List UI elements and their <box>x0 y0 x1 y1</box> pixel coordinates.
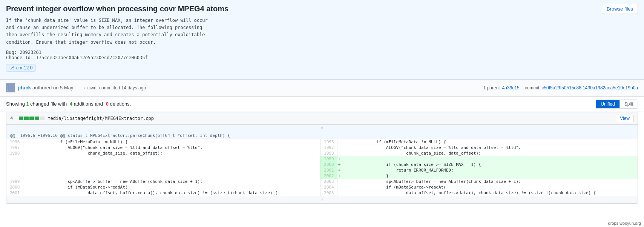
diff-stats-text: Showing 1 changed file with 4 additions … <box>6 101 131 107</box>
branch-icon: ⎇ <box>9 65 15 71</box>
browse-files-button[interactable]: Browse files <box>602 4 638 14</box>
committed-text: committed 14 days ago <box>99 85 146 90</box>
diff-line-2000-add: 2000 + if (chunk_data_size >= SIZE_MAX -… <box>6 162 638 167</box>
unified-view-button[interactable]: Unified <box>596 100 619 108</box>
watermark: drops.wooyun.org <box>608 221 641 225</box>
view-toggle: Unified Split <box>596 100 638 109</box>
file-path-row: 4 media/libstagefright/MPEG4Extractor.cp… <box>10 116 154 121</box>
view-file-button[interactable]: View <box>616 115 634 122</box>
diff-blocks <box>19 117 44 120</box>
author-name[interactable]: jduck <box>18 85 31 90</box>
committed-by: → ciwrl committed 14 days ago <box>81 85 146 90</box>
authored-text: authored on 5 May <box>32 85 73 90</box>
file-num: 4 <box>10 116 13 121</box>
commit-title: Prevent integer overflow when processing… <box>6 5 638 13</box>
commit-description: If the 'chunk_data_size' value is SIZE_M… <box>6 17 638 46</box>
hunk-header-row: @@ -1996,6 +1996,10 @@ status_t MPEG4Ext… <box>6 132 638 139</box>
file-block: 4 media/libstagefright/MPEG4Extractor.cp… <box>6 112 638 204</box>
bug-line: Bug: 20923261 <box>6 50 638 55</box>
parent-info: 1 parent 4a39c15 commit c50f5a29f50515c8… <box>483 85 638 90</box>
diff-block-1 <box>19 117 23 120</box>
diff-line-1998: 1998 chunk_data_size, data_offset); 1998… <box>6 150 638 156</box>
branch-tag[interactable]: ⎇ cm-12.0 <box>6 64 36 72</box>
diff-line-2003: 1999 sp<ABuffer> buffer = new ABuffer(ch… <box>6 179 638 184</box>
commit-hash-link[interactable]: c50f5a29f50515c88f1430a1982aea5e19e19b0a <box>541 85 638 90</box>
diff-line-1996: 1996 if (mFileMetaData != NULL) { 1996 i… <box>6 139 638 145</box>
diff-line-2005: 2001 data_offset, buffer->data(), chunk_… <box>6 190 638 196</box>
branch-name: cm-12.0 <box>16 65 32 71</box>
diff-stats-bar: Showing 1 changed file with 4 additions … <box>0 97 644 112</box>
diff-line-2004: 2000 if (mDataSource->readAt( 2004 if (m… <box>6 184 638 190</box>
split-view-button[interactable]: Split <box>620 100 638 108</box>
svg-text:j: j <box>7 86 9 91</box>
diff-line-2002-add: 2002 + } <box>6 173 638 179</box>
avatar: j <box>6 83 15 92</box>
expand-row-bottom[interactable]: ⬍ <box>6 196 638 203</box>
parent-hash-link[interactable]: 4a39c15 <box>502 85 520 90</box>
file-path-text: media/libstagefright/MPEG4Extractor.cpp <box>48 116 154 121</box>
diff-line-1999-add: 1999 + <box>6 156 638 162</box>
change-id: Change-Id: I75cce323aec04a612e5a230ecd7c… <box>6 55 638 60</box>
diff-block-4 <box>35 117 39 120</box>
diff-block-5 <box>40 117 44 120</box>
expand-row-top[interactable]: ⬍ <box>6 125 638 132</box>
file-header: 4 media/libstagefright/MPEG4Extractor.cp… <box>6 112 638 125</box>
expand-icon-bottom: ⬍ <box>321 197 324 202</box>
diff-block-3 <box>29 117 34 120</box>
diff-line-1997: 1997 ALOGV("chunk_data_size = %lld and d… <box>6 145 638 150</box>
diff-block-2 <box>24 117 29 120</box>
diff-line-2001-add: 2001 + return ERROR_MALFORMED; <box>6 167 638 173</box>
expand-icon-top: ⬍ <box>321 126 324 131</box>
